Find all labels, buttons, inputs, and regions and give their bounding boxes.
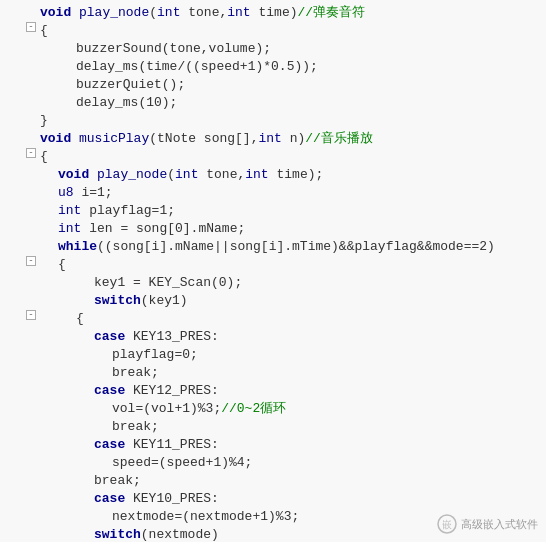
code-token: delay_ms(time/((speed+1)*0.5)); xyxy=(76,59,318,74)
code-token: int xyxy=(258,131,281,146)
code-text: void musicPlay(tNote song[],int n)//音乐播放 xyxy=(36,130,373,148)
table-row: case KEY12_PRES: xyxy=(0,382,546,400)
code-token: break; xyxy=(112,419,159,434)
table-row: while((song[i].mName||song[i].mTime)&&pl… xyxy=(0,238,546,256)
code-token: time); xyxy=(269,167,324,182)
code-token: u8 xyxy=(58,185,74,200)
code-text: switch(key1) xyxy=(36,292,188,310)
code-token: vol=(vol+1)%3; xyxy=(112,401,221,416)
code-token: delay_ms(10); xyxy=(76,95,177,110)
table-row: -{ xyxy=(0,148,546,166)
code-token: play_node xyxy=(97,167,167,182)
code-token: break; xyxy=(112,365,159,380)
code-text: vol=(vol+1)%3;//0~2循环 xyxy=(36,400,286,418)
code-token: speed=(speed+1)%4; xyxy=(112,455,252,470)
code-token: case xyxy=(94,383,125,398)
code-token: case xyxy=(94,491,125,506)
code-text: speed=(speed+1)%4; xyxy=(36,454,252,472)
code-text: { xyxy=(36,22,48,40)
fold-button[interactable]: - xyxy=(26,310,36,320)
code-token: play_node xyxy=(79,5,149,20)
fold-button[interactable]: - xyxy=(26,256,36,266)
code-text: delay_ms(time/((speed+1)*0.5)); xyxy=(36,58,318,76)
code-token: tone, xyxy=(180,5,227,20)
table-row: void play_node(int tone,int time)//弹奏音符 xyxy=(0,4,546,22)
code-text: case KEY10_PRES: xyxy=(36,490,219,508)
code-token: i=1; xyxy=(74,185,113,200)
code-text: buzzerQuiet(); xyxy=(36,76,185,94)
code-token: key1 = KEY_Scan(0); xyxy=(94,275,242,290)
table-row: speed=(speed+1)%4; xyxy=(0,454,546,472)
fold-button[interactable]: - xyxy=(26,22,36,32)
watermark-icon: 嵌 xyxy=(437,514,457,534)
code-token: buzzerQuiet(); xyxy=(76,77,185,92)
code-text: case KEY12_PRES: xyxy=(36,382,219,400)
table-row: break; xyxy=(0,364,546,382)
code-token: { xyxy=(76,311,84,326)
table-row: int len = song[0].mName; xyxy=(0,220,546,238)
code-text: case KEY11_PRES: xyxy=(36,436,219,454)
code-token: int xyxy=(157,5,180,20)
code-token: { xyxy=(40,149,48,164)
code-token: //0~2循环 xyxy=(221,401,286,416)
code-token: KEY13_PRES: xyxy=(125,329,219,344)
code-token: playflag=1; xyxy=(81,203,175,218)
table-row: delay_ms(time/((speed+1)*0.5)); xyxy=(0,58,546,76)
table-row: } xyxy=(0,112,546,130)
code-token: int xyxy=(58,203,81,218)
code-token: nextmode=(nextmode+1)%3; xyxy=(112,509,299,524)
table-row: playflag=0; xyxy=(0,346,546,364)
code-editor: void play_node(int tone,int time)//弹奏音符-… xyxy=(0,0,546,542)
code-token: //弹奏音符 xyxy=(297,5,365,20)
code-token: case xyxy=(94,329,125,344)
code-token: case xyxy=(94,437,125,452)
code-text: break; xyxy=(36,472,141,490)
code-token: { xyxy=(58,257,66,272)
code-token: playflag=0; xyxy=(112,347,198,362)
code-text: break; xyxy=(36,418,159,436)
table-row: int playflag=1; xyxy=(0,202,546,220)
table-row: case KEY10_PRES: xyxy=(0,490,546,508)
code-token: KEY10_PRES: xyxy=(125,491,219,506)
table-row: break; xyxy=(0,472,546,490)
code-token: KEY11_PRES: xyxy=(125,437,219,452)
code-token: break; xyxy=(94,473,141,488)
code-text: key1 = KEY_Scan(0); xyxy=(36,274,242,292)
code-token: { xyxy=(40,23,48,38)
table-row: void play_node(int tone,int time); xyxy=(0,166,546,184)
table-row: buzzerQuiet(); xyxy=(0,76,546,94)
table-row: buzzerSound(tone,volume); xyxy=(0,40,546,58)
code-text: nextmode=(nextmode+1)%3; xyxy=(36,508,299,526)
code-token: KEY12_PRES: xyxy=(125,383,219,398)
table-row: -{ xyxy=(0,22,546,40)
code-token: //音乐播放 xyxy=(305,131,373,146)
code-text: break; xyxy=(36,364,159,382)
code-token: n) xyxy=(282,131,305,146)
table-row: case KEY13_PRES: xyxy=(0,328,546,346)
code-text: void play_node(int tone,int time); xyxy=(36,166,323,184)
code-text: playflag=0; xyxy=(36,346,198,364)
code-token: ( xyxy=(149,5,157,20)
code-token: void xyxy=(40,131,79,146)
code-token: switch xyxy=(94,293,141,308)
table-row: break; xyxy=(0,418,546,436)
table-row: u8 i=1; xyxy=(0,184,546,202)
code-text: case KEY13_PRES: xyxy=(36,328,219,346)
code-token: (nextmode) xyxy=(141,527,219,542)
code-text: { xyxy=(36,148,48,166)
code-token: void xyxy=(58,167,97,182)
code-text: delay_ms(10); xyxy=(36,94,177,112)
table-row: -{ xyxy=(0,256,546,274)
table-row: -{ xyxy=(0,310,546,328)
table-row: void musicPlay(tNote song[],int n)//音乐播放 xyxy=(0,130,546,148)
fold-button[interactable]: - xyxy=(26,148,36,158)
table-row: vol=(vol+1)%3;//0~2循环 xyxy=(0,400,546,418)
code-text: while((song[i].mName||song[i].mTime)&&pl… xyxy=(36,238,495,256)
table-row: delay_ms(10); xyxy=(0,94,546,112)
code-token: ((song[i].mName||song[i].mTime)&&playfla… xyxy=(97,239,495,254)
code-text: u8 i=1; xyxy=(36,184,113,202)
code-token: while xyxy=(58,239,97,254)
code-token: (key1) xyxy=(141,293,188,308)
code-token: buzzerSound(tone,volume); xyxy=(76,41,271,56)
table-row: key1 = KEY_Scan(0); xyxy=(0,274,546,292)
